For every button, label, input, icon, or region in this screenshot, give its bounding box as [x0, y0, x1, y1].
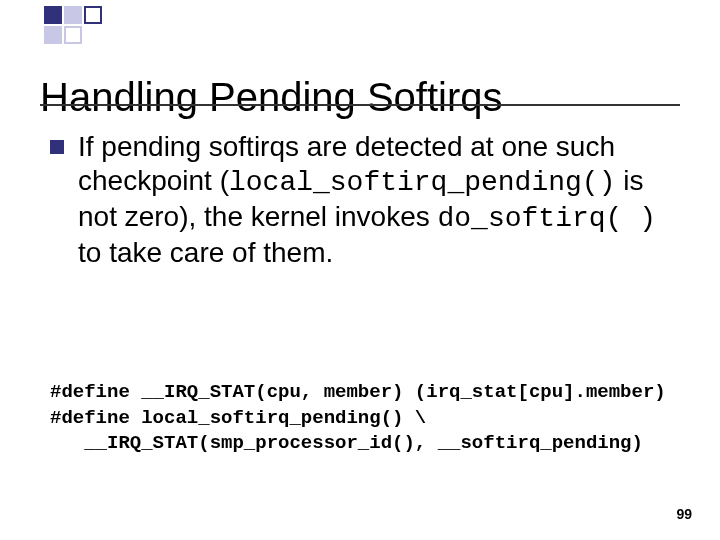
deco-square — [64, 6, 82, 24]
deco-square — [84, 6, 102, 24]
bullet-item: If pending softirqs are detected at one … — [50, 130, 680, 271]
bullet-square-icon — [50, 140, 64, 154]
code-inline: do_softirq( ) — [438, 203, 656, 234]
code-line: #define local_softirq_pending() \ — [50, 407, 426, 429]
text-run: to take care of them. — [78, 237, 333, 268]
deco-square — [44, 26, 62, 44]
code-line: __IRQ_STAT(smp_processor_id(), __softirq… — [50, 432, 643, 454]
slide: Handling Pending Softirqs If pending sof… — [0, 0, 720, 540]
page-number: 99 — [676, 506, 692, 522]
code-block: #define __IRQ_STAT(cpu, member) (irq_sta… — [50, 380, 690, 457]
deco-square — [44, 6, 62, 24]
slide-body: If pending softirqs are detected at one … — [50, 130, 680, 271]
code-line: #define __IRQ_STAT(cpu, member) (irq_sta… — [50, 381, 666, 403]
deco-square — [64, 26, 82, 44]
slide-title: Handling Pending Softirqs — [40, 75, 503, 120]
code-inline: local_softirq_pending() — [229, 167, 615, 198]
title-underline — [40, 104, 680, 106]
bullet-text: If pending softirqs are detected at one … — [78, 130, 680, 271]
